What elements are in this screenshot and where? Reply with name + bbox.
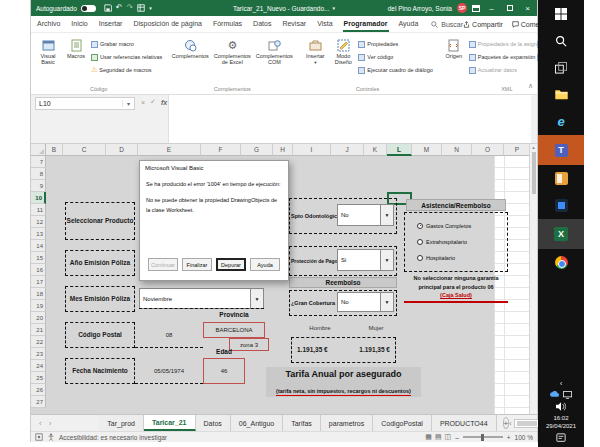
continuar-button[interactable]: Continuar — [148, 258, 178, 271]
scrollbar-thumb[interactable] — [532, 152, 536, 194]
radio-option[interactable]: Hospitalario — [417, 255, 455, 262]
finalizar-button[interactable]: Finalizar — [182, 258, 212, 271]
row-header[interactable]: 12 — [31, 216, 46, 228]
accessibility-status[interactable]: Accesibilidad: es necesario investigar — [59, 434, 167, 441]
column-header[interactable]: K — [364, 144, 387, 156]
taskbar-clock[interactable]: 16:02 29/04/2021 — [546, 414, 576, 430]
speaker-icon[interactable] — [556, 402, 566, 411]
expansion-packs-button[interactable]: Paquetes de expansión — [469, 51, 535, 63]
refresh-data-button[interactable]: Actualizar datos — [469, 64, 535, 76]
row-header[interactable]: 13 — [31, 228, 46, 240]
table-icon[interactable] — [137, 4, 145, 12]
notification-center-icon[interactable] — [556, 433, 566, 443]
sheet-tab[interactable]: 06_Antiguo — [231, 415, 283, 431]
row-header[interactable]: 19 — [31, 300, 46, 312]
row-header[interactable]: 22 — [31, 336, 46, 348]
ribbon-tab[interactable]: Fórmulas — [212, 16, 243, 32]
search-box[interactable]: Buscar — [431, 21, 463, 28]
row-header[interactable]: 21 — [31, 324, 46, 336]
insert-function-icon[interactable]: fx — [161, 99, 167, 106]
enter-icon[interactable]: ✓ — [150, 98, 156, 106]
start-icon[interactable] — [538, 0, 584, 27]
column-header[interactable]: I — [293, 144, 331, 156]
column-header[interactable]: F — [201, 144, 241, 156]
column-header[interactable]: M — [412, 144, 442, 156]
row-header[interactable]: 7 — [31, 156, 46, 168]
view-layout-icon[interactable]: ▤ — [435, 433, 442, 441]
column-header[interactable]: P — [504, 144, 531, 156]
sheet-tab[interactable]: Tarifas — [283, 415, 321, 431]
office-app-icon[interactable] — [538, 165, 584, 192]
row-header[interactable]: 18 — [31, 288, 46, 300]
visual-basic-button[interactable]: Visual Basic — [35, 35, 61, 83]
macros-button[interactable]: Macros — [63, 35, 89, 83]
row-header[interactable]: 9 — [31, 180, 46, 192]
excel-icon[interactable]: X — [538, 219, 584, 249]
column-header[interactable]: H — [273, 144, 293, 156]
title-caret-icon[interactable]: ▾ — [332, 5, 335, 11]
depurar-button[interactable]: Depurar — [216, 258, 246, 271]
add-sheet-button[interactable]: + — [503, 417, 510, 429]
insert-control-button[interactable]: Insertar ▾ — [302, 35, 328, 83]
hscroll-left-icon[interactable]: ‹ — [509, 420, 511, 427]
name-box-caret-icon[interactable]: ▾ — [122, 100, 134, 107]
column-header[interactable]: O — [472, 144, 504, 156]
dropdown-arrow-icon[interactable]: ▼ — [380, 293, 393, 311]
zoom-slider-thumb[interactable] — [481, 434, 484, 441]
record-macro-button[interactable]: Grabar macro — [91, 38, 162, 50]
addins-button[interactable]: Complementos — [170, 35, 210, 83]
run-dialog-button[interactable]: Ejecutar cuadro de diálogo — [358, 64, 432, 76]
teams-icon[interactable]: T — [538, 135, 584, 165]
row-header[interactable]: 17 — [31, 276, 46, 288]
ribbon-tab[interactable]: Revisar — [281, 16, 307, 32]
row-header[interactable]: 11 — [31, 204, 46, 216]
ribbon-tab[interactable]: Datos — [252, 16, 272, 32]
map-properties-button[interactable]: Propiedades de la asignación — [469, 38, 535, 50]
column-header[interactable]: G — [241, 144, 273, 156]
avatar[interactable]: SP — [457, 3, 467, 13]
sheet-tab[interactable]: Datos — [196, 415, 231, 431]
column-header[interactable]: B — [46, 144, 63, 156]
row-header[interactable]: 10 — [31, 192, 46, 204]
dropdown-arrow-icon[interactable]: ▼ — [380, 205, 393, 225]
column-header[interactable]: D — [106, 144, 138, 156]
row-header[interactable]: 8 — [31, 168, 46, 180]
ribbon-tab[interactable]: Archivo — [36, 16, 61, 32]
ribbon-tab[interactable]: Programador — [343, 16, 389, 32]
redo-icon[interactable]: ↷ — [127, 4, 134, 12]
dark-app-icon[interactable] — [538, 192, 584, 219]
save-icon[interactable] — [104, 4, 112, 12]
gran-cobertura-dropdown[interactable]: No ▼ — [337, 292, 394, 312]
sheet-tab[interactable]: parametros — [321, 415, 373, 431]
radio-option[interactable]: Gastos Completos — [417, 223, 471, 230]
row-header[interactable]: 16 — [31, 264, 46, 276]
row-header[interactable]: 25 — [31, 372, 46, 384]
view-code-button[interactable]: Ver código — [358, 51, 432, 63]
design-mode-button[interactable]: Modo Diseño — [330, 35, 356, 83]
ribbon-tab[interactable]: Disposición de página — [132, 16, 203, 32]
properties-button[interactable]: Propiedades — [358, 38, 432, 50]
select-all-corner[interactable] — [31, 144, 46, 156]
spto-odontologico-dropdown[interactable]: No ▼ — [337, 204, 394, 226]
name-box[interactable]: L10 ▾ — [35, 97, 135, 110]
close-button[interactable]: × — [521, 4, 534, 13]
zoom-slider[interactable] — [463, 436, 503, 438]
autosave-toggle[interactable] — [81, 5, 96, 12]
row-header[interactable]: 24 — [31, 360, 46, 372]
file-explorer-icon[interactable] — [538, 81, 584, 108]
dropdown-arrow-icon[interactable]: ▼ — [380, 250, 393, 270]
scroll-up-icon[interactable]: ▴ — [532, 144, 535, 150]
sheet-tab[interactable]: Tar_prod — [99, 415, 144, 431]
formula-input[interactable] — [168, 95, 531, 143]
zoom-level[interactable]: 100 % — [515, 434, 533, 441]
zoom-in-icon[interactable]: + — [507, 434, 511, 441]
ribbon-tab[interactable]: Ayuda — [398, 16, 420, 32]
xml-source-button[interactable]: Origen — [441, 35, 467, 83]
ribbon-tab[interactable]: Insertar — [98, 16, 124, 32]
row-header[interactable]: 27 — [31, 396, 46, 408]
row-header[interactable]: 20 — [31, 312, 46, 324]
column-header[interactable]: J — [331, 144, 364, 156]
qat-customize-icon[interactable]: ▾ — [149, 6, 152, 11]
relative-references-button[interactable]: Usar referencias relativas — [91, 51, 162, 63]
row-header[interactable]: 15 — [31, 252, 46, 264]
